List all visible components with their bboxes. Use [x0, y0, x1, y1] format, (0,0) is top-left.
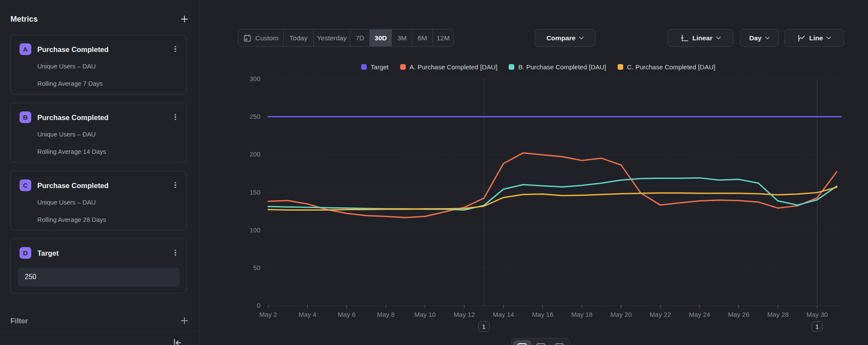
y-axis-label: 300: [250, 75, 260, 82]
view-toggle-table[interactable]: [532, 340, 550, 345]
y-axis-label: 50: [253, 264, 260, 271]
x-axis-label: May 16: [532, 311, 553, 318]
table-view-icon: [536, 343, 546, 345]
y-axis-label: 250: [250, 113, 260, 120]
x-axis-label: May 18: [571, 311, 592, 318]
annotation-badge[interactable]: 1: [478, 321, 490, 332]
chart-view-icon: [517, 343, 527, 345]
x-axis-label: May 26: [728, 311, 750, 318]
series-line[interactable]: [268, 187, 837, 210]
y-axis-label: 200: [250, 150, 260, 158]
x-axis-label: May 10: [414, 311, 436, 318]
y-axis-label: 0: [257, 302, 260, 309]
view-toggle-control: [511, 338, 570, 345]
annotation-badge[interactable]: 1: [812, 321, 823, 332]
y-axis-label: 100: [250, 226, 260, 234]
y-axis-label: 150: [250, 189, 260, 196]
x-axis-label: May 14: [493, 311, 514, 318]
line-chart[interactable]: 050100150200250300May 2May 4May 6May 8Ma…: [0, 0, 868, 345]
card-view-icon: [554, 343, 565, 345]
x-axis-label: May 22: [650, 311, 671, 318]
x-axis-label: May 24: [689, 311, 710, 318]
x-axis-label: May 20: [611, 311, 632, 318]
analytics-dashboard: { "colors": { "metric_badge": "#8b72f8",…: [0, 0, 868, 345]
x-axis-label: May 6: [338, 311, 355, 318]
view-toggle-card[interactable]: [550, 340, 568, 345]
x-axis-label: May 4: [299, 311, 316, 318]
x-axis-label: May 2: [260, 311, 277, 318]
x-axis-label: May 8: [377, 311, 395, 318]
x-axis-label: May 30: [806, 311, 828, 318]
x-axis-label: May 28: [767, 311, 789, 318]
view-toggle-line[interactable]: [513, 340, 531, 345]
x-axis-label: May 12: [454, 311, 475, 318]
